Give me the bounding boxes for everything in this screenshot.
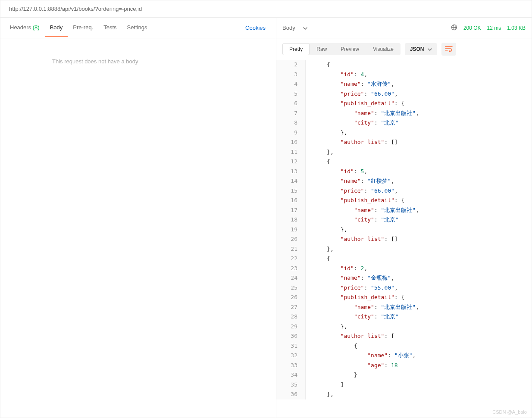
code-line: 33 "age": 18 bbox=[276, 361, 532, 371]
view-tab-pretty[interactable]: Pretty bbox=[282, 43, 310, 55]
code-line: 3 "id": 4, bbox=[276, 70, 532, 80]
line-number: 35 bbox=[276, 380, 306, 390]
globe-icon[interactable] bbox=[451, 24, 457, 32]
code-content: "author_list": [] bbox=[306, 234, 398, 244]
code-line: 4 "name": "水浒传", bbox=[276, 79, 532, 89]
code-line: 19 }, bbox=[276, 225, 532, 235]
line-number: 24 bbox=[276, 273, 306, 283]
code-content: "age": 18 bbox=[306, 361, 398, 371]
code-line: 7 "name": "北京出版社", bbox=[276, 109, 532, 119]
code-line: 14 "name": "红楼梦", bbox=[276, 176, 532, 186]
response-status-group: 200 OK 12 ms 1.03 KB bbox=[451, 24, 526, 32]
line-number: 20 bbox=[276, 234, 306, 244]
code-content: "price": "66.00", bbox=[306, 186, 398, 196]
tab-headers-label: Headers bbox=[10, 24, 31, 31]
line-number: 6 bbox=[276, 99, 306, 109]
request-panel: Headers (8) Body Pre-req. Tests Settings… bbox=[0, 18, 276, 418]
status-code: 200 OK bbox=[463, 25, 481, 31]
code-content: }, bbox=[306, 244, 334, 254]
code-content: "price": "55.00", bbox=[306, 283, 398, 293]
response-panel: Body 200 OK 12 ms 1.03 KB Pretty bbox=[276, 18, 532, 418]
code-content: "name": "红楼梦", bbox=[306, 176, 394, 186]
code-line: 26 "publish_detail": { bbox=[276, 293, 532, 303]
code-line: 35 ] bbox=[276, 380, 532, 390]
tab-headers[interactable]: Headers (8) bbox=[5, 19, 45, 37]
code-content: "city": "北京" bbox=[306, 312, 399, 322]
code-line: 20 "author_list": [] bbox=[276, 234, 532, 244]
status-size: 1.03 KB bbox=[507, 25, 526, 31]
code-line: 17 "name": "北京出版社", bbox=[276, 206, 532, 215]
response-body-dropdown[interactable]: Body bbox=[282, 25, 307, 31]
code-line: 16 "publish_detail": { bbox=[276, 196, 532, 206]
line-number: 8 bbox=[276, 118, 306, 128]
tab-tests[interactable]: Tests bbox=[98, 19, 122, 37]
code-line: 21 }, bbox=[276, 244, 532, 254]
code-content: "id": 2, bbox=[306, 264, 367, 274]
code-content: } bbox=[306, 370, 357, 380]
main-panels: Headers (8) Body Pre-req. Tests Settings… bbox=[0, 18, 532, 418]
view-tab-preview[interactable]: Preview bbox=[334, 43, 366, 55]
line-number: 28 bbox=[276, 312, 306, 322]
line-number: 17 bbox=[276, 206, 306, 215]
code-content: "name": "水浒传", bbox=[306, 79, 394, 89]
code-line: 18 "city": "北京" bbox=[276, 215, 532, 225]
code-line: 8 "city": "北京" bbox=[276, 118, 532, 128]
cookies-link[interactable]: Cookies bbox=[245, 25, 272, 31]
code-content: ] bbox=[306, 380, 344, 390]
line-number: 23 bbox=[276, 264, 306, 274]
code-line: 23 "id": 2, bbox=[276, 264, 532, 274]
format-select[interactable]: JSON bbox=[405, 43, 437, 55]
tab-body[interactable]: Body bbox=[45, 19, 68, 37]
code-content: "name": "小张", bbox=[306, 351, 416, 361]
code-content: }, bbox=[306, 225, 347, 235]
line-number: 12 bbox=[276, 157, 306, 167]
line-number: 32 bbox=[276, 351, 306, 361]
response-code-area[interactable]: 2 {3 "id": 4,4 "name": "水浒传",5 "price": … bbox=[276, 60, 532, 418]
url-bar[interactable]: http://127.0.0.1:8888/api/v1/books/?orde… bbox=[0, 0, 532, 18]
code-content: "name": "北京出版社", bbox=[306, 206, 419, 215]
line-number: 16 bbox=[276, 196, 306, 206]
code-line: 5 "price": "66.00", bbox=[276, 89, 532, 99]
code-content: "publish_detail": { bbox=[306, 196, 404, 206]
code-content: "publish_detail": { bbox=[306, 99, 404, 109]
code-line: 11 }, bbox=[276, 147, 532, 157]
line-number: 36 bbox=[276, 390, 306, 399]
line-number: 3 bbox=[276, 70, 306, 80]
view-tab-visualize[interactable]: Visualize bbox=[366, 43, 401, 55]
view-tab-raw[interactable]: Raw bbox=[310, 43, 334, 55]
request-tabs: Headers (8) Body Pre-req. Tests Settings… bbox=[0, 18, 276, 38]
line-number: 26 bbox=[276, 293, 306, 303]
code-content: { bbox=[306, 341, 357, 351]
code-content: { bbox=[306, 254, 330, 264]
response-header: Body 200 OK 12 ms 1.03 KB bbox=[276, 18, 532, 38]
code-content: "name": "北京出版社", bbox=[306, 303, 419, 312]
format-label: JSON bbox=[410, 46, 424, 52]
status-time: 12 ms bbox=[487, 25, 501, 31]
code-line: 22 { bbox=[276, 254, 532, 264]
line-number: 29 bbox=[276, 322, 306, 332]
tab-prereq[interactable]: Pre-req. bbox=[68, 19, 98, 37]
line-number: 30 bbox=[276, 331, 306, 341]
line-number: 21 bbox=[276, 244, 306, 254]
line-number: 7 bbox=[276, 109, 306, 119]
code-content: "author_list": [] bbox=[306, 137, 398, 147]
wrap-lines-button[interactable] bbox=[441, 43, 456, 56]
code-content: "author_list": [ bbox=[306, 331, 394, 341]
wrap-icon bbox=[445, 46, 453, 53]
code-content: }, bbox=[306, 128, 347, 138]
watermark: CSDN @A_baio bbox=[492, 409, 527, 415]
code-content: "id": 5, bbox=[306, 167, 367, 177]
line-number: 2 bbox=[276, 60, 306, 70]
code-line: 31 { bbox=[276, 341, 532, 351]
line-number: 13 bbox=[276, 167, 306, 177]
code-content: "name": "金瓶梅", bbox=[306, 273, 394, 283]
code-content: }, bbox=[306, 147, 334, 157]
code-line: 36 }, bbox=[276, 390, 532, 399]
code-content: { bbox=[306, 157, 330, 167]
code-line: 28 "city": "北京" bbox=[276, 312, 532, 322]
code-line: 27 "name": "北京出版社", bbox=[276, 303, 532, 312]
line-number: 5 bbox=[276, 89, 306, 99]
tab-settings[interactable]: Settings bbox=[122, 19, 153, 37]
line-number: 18 bbox=[276, 215, 306, 225]
code-line: 10 "author_list": [] bbox=[276, 137, 532, 147]
